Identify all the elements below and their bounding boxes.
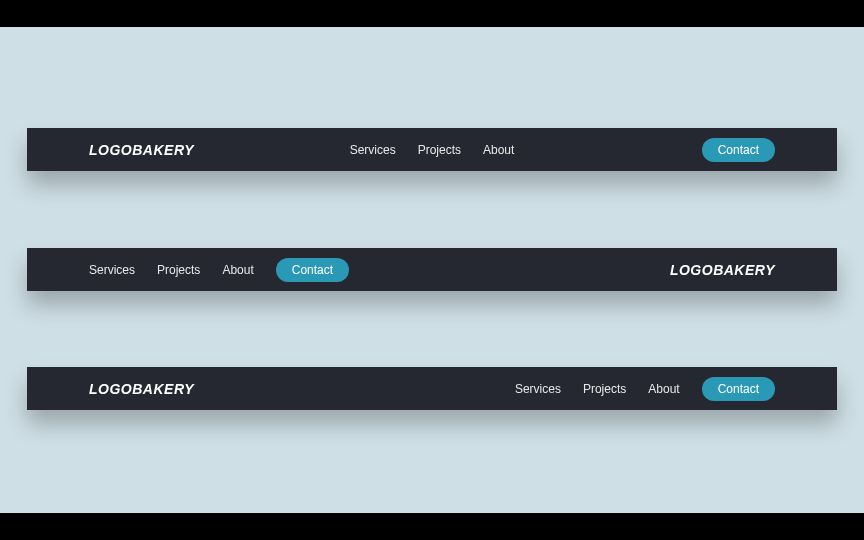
brand-logo[interactable]: LOGOBAKERY: [89, 142, 194, 158]
design-canvas: LOGOBAKERY Services Projects About Conta…: [0, 27, 864, 513]
brand-logo[interactable]: LOGOBAKERY: [89, 381, 194, 397]
nav-links-right: Services Projects About Contact: [515, 377, 775, 401]
nav-link-projects[interactable]: Projects: [583, 382, 626, 396]
navbar-variant-2: Services Projects About Contact LOGOBAKE…: [27, 248, 837, 291]
brand-logo[interactable]: LOGOBAKERY: [670, 262, 775, 278]
nav-link-services[interactable]: Services: [515, 382, 561, 396]
nav-link-projects[interactable]: Projects: [418, 143, 461, 157]
nav-link-services[interactable]: Services: [89, 263, 135, 277]
navbar-variant-1: LOGOBAKERY Services Projects About Conta…: [27, 128, 837, 171]
nav-links-center: Services Projects About: [350, 143, 515, 157]
nav-link-projects[interactable]: Projects: [157, 263, 200, 277]
nav-link-services[interactable]: Services: [350, 143, 396, 157]
nav-links-left: Services Projects About Contact: [89, 258, 349, 282]
contact-button[interactable]: Contact: [276, 258, 349, 282]
nav-link-about[interactable]: About: [222, 263, 253, 277]
nav-link-about[interactable]: About: [483, 143, 514, 157]
contact-button[interactable]: Contact: [702, 377, 775, 401]
nav-link-about[interactable]: About: [648, 382, 679, 396]
navbar-variant-3: LOGOBAKERY Services Projects About Conta…: [27, 367, 837, 410]
contact-button[interactable]: Contact: [702, 138, 775, 162]
